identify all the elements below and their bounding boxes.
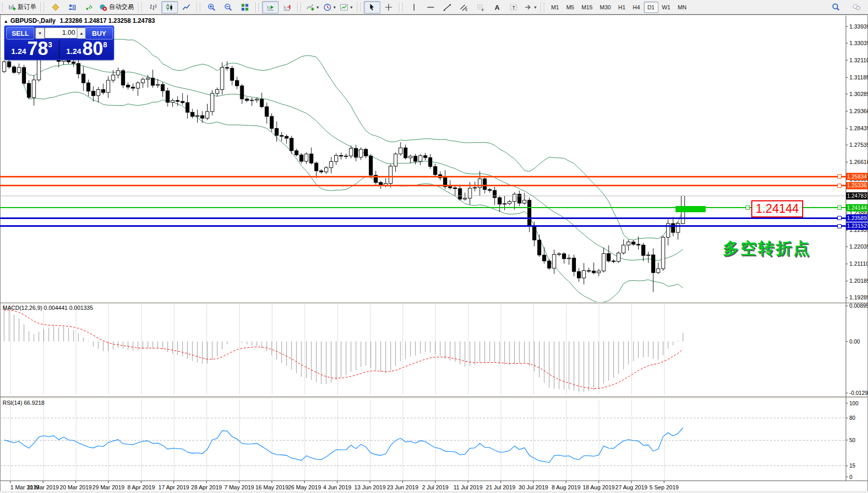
tile-windows-button[interactable] [237, 1, 253, 13]
vline-icon [410, 3, 418, 11]
autotrading-button[interactable]: 自动交易 [97, 1, 136, 13]
fibonacci-button[interactable]: F [472, 1, 489, 13]
candlestick-chart-button[interactable] [161, 1, 178, 13]
hline-anchor[interactable] [837, 216, 841, 220]
hline-anchor[interactable] [837, 175, 841, 179]
toolbar-grip [402, 3, 404, 12]
svg-text:E: E [465, 8, 468, 11]
sell-price[interactable]: 1.24 78 3 [5, 39, 58, 60]
chart-shift-button[interactable] [279, 1, 295, 13]
chat-button[interactable] [848, 1, 865, 13]
text-button[interactable]: A [489, 1, 505, 13]
svg-text:20 Mar 2019: 20 Mar 2019 [60, 484, 92, 490]
toolbar-grip [44, 3, 46, 12]
autotrading-button-label: 自动交易 [109, 3, 134, 11]
volume-decrease-button[interactable]: ▼ [35, 28, 45, 39]
indicators-button[interactable]: ▾ [304, 1, 321, 13]
search-button[interactable] [828, 1, 844, 13]
shapes-button[interactable]: ▾ [522, 1, 539, 13]
collapse-arrow-icon[interactable]: ▲ [4, 19, 8, 24]
macd-values: 0.004441 0.001335 [44, 305, 93, 311]
timeframe-d1-button[interactable]: D1 [644, 2, 658, 13]
line-chart-button[interactable] [178, 1, 195, 13]
window-bottom-edge [0, 491, 868, 493]
toolbar-separator [297, 2, 298, 12]
templates-button[interactable]: ▾ [338, 1, 355, 13]
signals-icon [85, 3, 93, 11]
ohlc-values: 1.23286 1.24817 1.23258 1.24783 [60, 17, 155, 24]
svg-text:23 Jun 2019: 23 Jun 2019 [387, 484, 419, 490]
sell-price-point: 3 [48, 40, 52, 49]
timeframe-mn-button[interactable]: MN [674, 2, 690, 13]
svg-text:4 Jun 2019: 4 Jun 2019 [323, 484, 351, 490]
channel-button[interactable]: E [456, 1, 472, 13]
svg-text:1.20185: 1.20185 [849, 278, 868, 284]
timeframe-m5-button[interactable]: M5 [562, 2, 577, 13]
svg-text:1.24144: 1.24144 [847, 204, 867, 211]
market-watch-button[interactable] [64, 1, 80, 13]
volume-input[interactable]: 1.00 [45, 28, 78, 38]
vline-button[interactable] [406, 1, 422, 13]
periods-button[interactable]: ▾ [321, 1, 338, 13]
dropdown-caret-icon[interactable]: ▾ [316, 5, 319, 10]
label-button[interactable]: T [505, 1, 522, 13]
svg-text:1.27535: 1.27535 [849, 142, 868, 148]
svg-text:1.23152: 1.23152 [847, 223, 867, 229]
svg-text:0: 0 [849, 474, 852, 480]
dropdown-caret-icon[interactable]: ▾ [350, 5, 353, 10]
auto-scroll-button[interactable] [262, 1, 279, 13]
dropdown-caret-icon[interactable]: ▾ [534, 5, 537, 10]
metaeditor-button[interactable] [47, 1, 64, 13]
svg-text:27 Aug 2019: 27 Aug 2019 [615, 484, 647, 490]
rsi-pane-label: RSI(14) 66.9218 [3, 400, 45, 406]
timeframe-m30-button[interactable]: M30 [596, 2, 614, 13]
hline-button[interactable] [422, 1, 439, 13]
signals-button[interactable] [80, 1, 97, 13]
hline-anchor[interactable] [837, 224, 841, 228]
chat-icon [852, 3, 861, 11]
new-order-button[interactable]: 新订单 [6, 1, 38, 13]
dropdown-caret-icon[interactable]: ▾ [334, 5, 336, 10]
svg-text:1.25336: 1.25336 [847, 182, 867, 188]
timeframe-h1-button[interactable]: H1 [615, 2, 629, 13]
zoom-out-icon [224, 3, 232, 11]
timeframe-m1-button[interactable]: M1 [547, 2, 562, 13]
crosshair-button[interactable] [380, 1, 397, 13]
zoom-in-button[interactable] [203, 1, 220, 13]
buy-price[interactable]: 1.24 80 8 [60, 39, 113, 60]
hline-anchor[interactable] [837, 206, 841, 210]
price-annotation-box[interactable]: 1.24144 [751, 200, 803, 217]
symbol-period-label: GBPUSD-,Daily [10, 17, 56, 24]
cursor-button[interactable] [364, 1, 380, 13]
crosshair-icon [384, 3, 393, 11]
zoom-in-icon [208, 3, 216, 11]
svg-text:T: T [512, 5, 515, 10]
buy-price-figure: 1.24 [66, 47, 81, 56]
hline-anchor[interactable] [837, 184, 841, 187]
svg-text:0.008954: 0.008954 [849, 303, 868, 309]
buy-price-pips: 80 [82, 39, 103, 59]
main-toolbar: 新订单自动交易▾▾▾EFAT▾M1M5M15M30H1H4D1W1MN [0, 0, 868, 15]
annotation-anchor[interactable] [746, 206, 749, 210]
svg-text:30 Jul 2019: 30 Jul 2019 [519, 484, 548, 490]
clock-icon [323, 3, 332, 11]
chinese-note-text[interactable]: 多空转折点 [723, 238, 811, 259]
trendline-button[interactable] [439, 1, 456, 13]
svg-text:5 Sep 2019: 5 Sep 2019 [650, 484, 679, 490]
bar-chart-button[interactable] [145, 1, 161, 13]
zoom-out-button[interactable] [220, 1, 237, 13]
green-highlight-segment[interactable] [676, 206, 706, 212]
svg-text:-0.012957: -0.012957 [849, 390, 868, 396]
timeframe-w1-button[interactable]: W1 [658, 2, 674, 13]
svg-text:21 Jul 2019: 21 Jul 2019 [486, 484, 516, 490]
indicators-icon [306, 3, 314, 11]
toolbar-grip [300, 3, 302, 12]
toolbar-grip [360, 3, 362, 12]
toolbar-separator [541, 2, 541, 12]
svg-text:1.33035: 1.33035 [849, 40, 868, 46]
timeframe-m15-button[interactable]: M15 [578, 2, 596, 13]
svg-text:11 Mar 2019: 11 Mar 2019 [27, 484, 59, 490]
timeframe-h4-button[interactable]: H4 [629, 2, 644, 13]
svg-text:18 Aug 2019: 18 Aug 2019 [583, 484, 615, 490]
trend-icon [443, 3, 451, 11]
